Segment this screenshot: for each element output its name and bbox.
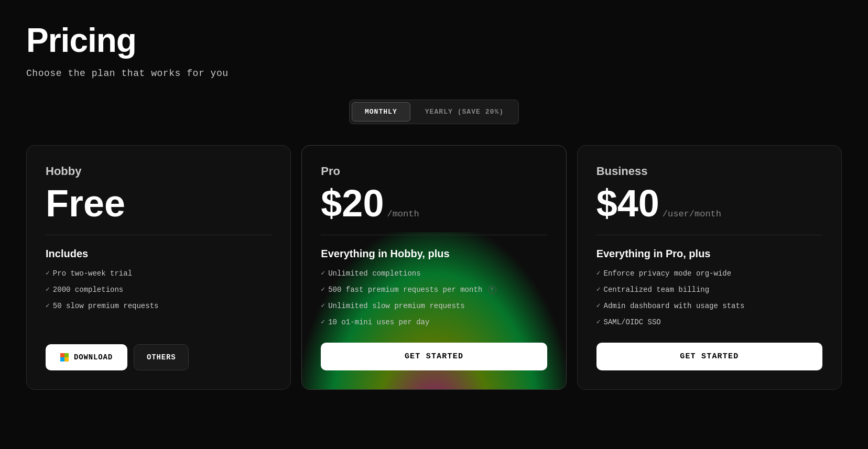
check-icon: ✓ [596, 317, 601, 327]
business-plan-name: Business [596, 165, 822, 178]
page-title: Pricing [26, 21, 842, 60]
get-started-pro-button[interactable]: GET STARTED [321, 343, 547, 370]
pro-section-label: Everything in Hobby, plus [321, 248, 547, 260]
toggle-group: MONTHLY YEARLY (SAVE 20%) [349, 100, 519, 124]
others-button[interactable]: OTHERS [134, 344, 189, 370]
download-label: DOWNLOAD [74, 353, 113, 362]
list-item: ✓ Pro two-week trial [46, 268, 272, 279]
list-item: ✓ 50 slow premium requests [46, 301, 272, 312]
list-item: ✓ 2000 completions [46, 284, 272, 295]
business-divider [596, 235, 822, 235]
list-item: ✓ Unlimited completions [321, 268, 547, 279]
pricing-cards: Hobby Free Includes ✓ Pro two-week trial… [26, 145, 842, 390]
feature-text: Admin dashboard with usage stats [603, 301, 822, 312]
hobby-divider [46, 235, 272, 235]
feature-text: Unlimited slow premium requests [328, 301, 547, 312]
feature-text: 2000 completions [53, 284, 272, 295]
hobby-section-label: Includes [46, 248, 272, 260]
hobby-plan-name: Hobby [46, 165, 272, 178]
hobby-card: Hobby Free Includes ✓ Pro two-week trial… [26, 145, 291, 390]
check-icon: ✓ [46, 284, 50, 295]
list-item: ✓ Centralized team billing [596, 284, 822, 295]
feature-text: Unlimited completions [328, 268, 547, 279]
business-price: $40 [596, 184, 659, 222]
list-item: ✓ 10 o1-mini uses per day [321, 317, 547, 328]
business-features: ✓ Enforce privacy mode org-wide ✓ Centra… [596, 268, 822, 328]
pro-features: ✓ Unlimited completions ✓ 500 fast premi… [321, 268, 547, 328]
check-icon: ✓ [321, 284, 325, 295]
check-icon: ✓ [321, 268, 325, 279]
feature-text: 50 slow premium requests [53, 301, 272, 312]
check-icon: ✓ [46, 268, 50, 279]
feature-text: Centralized team billing [603, 284, 822, 295]
list-item: ✓ SAML/OIDC SSO [596, 317, 822, 328]
check-icon: ✓ [321, 317, 325, 327]
feature-text: 500 fast premium requests per month ? [328, 284, 547, 295]
billing-toggle-container: MONTHLY YEARLY (SAVE 20%) [26, 100, 842, 124]
check-icon: ✓ [46, 301, 50, 311]
business-price-row: $40 /user/month [596, 184, 822, 222]
list-item: ✓ Unlimited slow premium requests [321, 301, 547, 312]
pro-price: $20 [321, 184, 384, 222]
monthly-toggle[interactable]: MONTHLY [352, 102, 410, 122]
pro-price-row: $20 /month [321, 184, 547, 222]
pro-divider [321, 235, 547, 235]
hobby-actions: DOWNLOAD OTHERS [46, 344, 272, 370]
help-icon[interactable]: ? [488, 286, 496, 294]
business-card: Business $40 /user/month Everything in P… [577, 145, 842, 390]
get-started-business-button[interactable]: GET STARTED [596, 343, 822, 370]
hobby-card-content: Hobby Free Includes ✓ Pro two-week trial… [46, 165, 272, 370]
hobby-features: ✓ Pro two-week trial ✓ 2000 completions … [46, 268, 272, 330]
check-icon: ✓ [596, 301, 601, 311]
windows-icon [60, 353, 69, 362]
download-button[interactable]: DOWNLOAD [46, 344, 127, 370]
list-item: ✓ Enforce privacy mode org-wide [596, 268, 822, 279]
list-item: ✓ 500 fast premium requests per month ? [321, 284, 547, 295]
check-icon: ✓ [596, 268, 601, 279]
page-subtitle: Choose the plan that works for you [26, 68, 842, 79]
hobby-price-row: Free [46, 184, 272, 222]
feature-text: Enforce privacy mode org-wide [603, 268, 822, 279]
business-section-label: Everything in Pro, plus [596, 248, 822, 260]
pro-actions: GET STARTED [321, 343, 547, 370]
yearly-toggle[interactable]: YEARLY (SAVE 20%) [413, 102, 516, 122]
feature-text: Pro two-week trial [53, 268, 272, 279]
list-item: ✓ Admin dashboard with usage stats [596, 301, 822, 312]
hobby-price: Free [46, 184, 125, 222]
business-card-content: Business $40 /user/month Everything in P… [596, 165, 822, 370]
pro-price-suffix: /month [387, 209, 419, 219]
feature-text: 10 o1-mini uses per day [328, 317, 547, 328]
check-icon: ✓ [321, 301, 325, 311]
pro-card: Pro $20 /month Everything in Hobby, plus… [301, 145, 566, 390]
pro-card-content: Pro $20 /month Everything in Hobby, plus… [321, 165, 547, 370]
business-actions: GET STARTED [596, 343, 822, 370]
feature-text: SAML/OIDC SSO [603, 317, 822, 328]
business-price-suffix: /user/month [663, 209, 721, 219]
pro-plan-name: Pro [321, 165, 547, 178]
check-icon: ✓ [596, 284, 601, 295]
